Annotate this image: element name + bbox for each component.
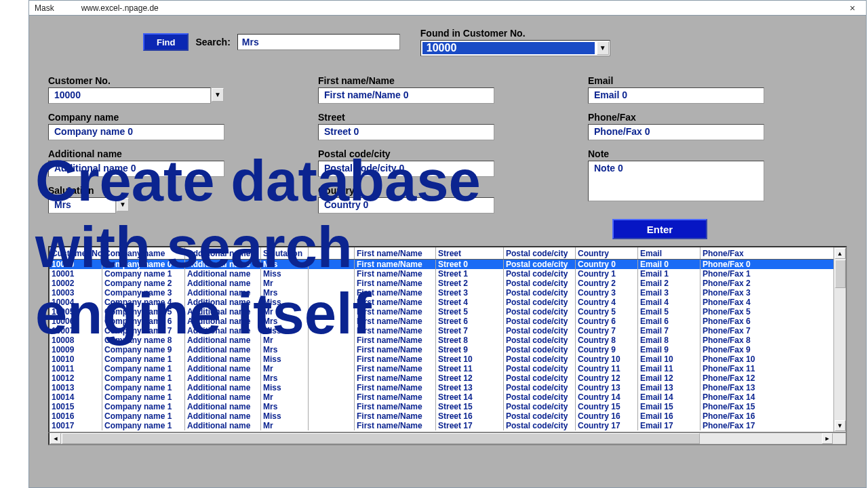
table-row[interactable]: 10010Company name 1Additional nameMissFi…	[50, 354, 833, 364]
field-input[interactable]: Postal code/city 0	[318, 161, 494, 177]
results-list: Customer No.Company nameAdditional nameS…	[48, 246, 847, 433]
column-header[interactable]: Country	[576, 247, 638, 259]
field-label: Additional name	[48, 148, 306, 159]
field-label: Company name	[48, 112, 306, 123]
field-label: Email	[588, 75, 805, 86]
field-input[interactable]: Phone/Fax 0	[588, 124, 764, 140]
field-salutation: SalutationMrs▼	[48, 185, 306, 214]
field-country: CountryCountry 0	[318, 185, 576, 214]
found-block: Found in Customer No. 10000 ▼	[420, 28, 610, 56]
field-first-name-name: First name/NameFirst name/Name 0	[318, 75, 576, 104]
column-header[interactable]: Street	[436, 247, 504, 259]
column-header[interactable]: Postal code/city	[504, 247, 576, 259]
field-customer-no-: Customer No.10000▼	[48, 75, 306, 104]
table-row[interactable]: 10008Company name 8Additional nameMrFirs…	[50, 336, 833, 345]
titlebar: Mask www.excel-.npage.de ×	[29, 1, 866, 16]
scroll-right-icon[interactable]: ►	[822, 433, 833, 444]
field-input[interactable]: Additional name 0	[48, 161, 224, 177]
window-title: Mask	[29, 3, 54, 13]
app-window: Mask www.excel-.npage.de × Find Search: …	[28, 0, 867, 488]
field-street: StreetStreet 0	[318, 112, 576, 140]
table-row[interactable]: 10016Company name 1Additional nameMissFi…	[50, 411, 833, 421]
field-input[interactable]: First name/Name 0	[318, 87, 494, 104]
list-body[interactable]: 10000Company name 0Additional nameMrsFir…	[50, 260, 833, 430]
horizontal-scrollbar[interactable]: ◄ ►	[48, 433, 847, 445]
table-row[interactable]: 10005Company name 5Additional nameMrFirs…	[50, 307, 833, 317]
scroll-up-icon[interactable]: ▲	[835, 248, 846, 259]
vertical-scrollbar[interactable]: ▲ ▼	[833, 247, 846, 432]
column-header[interactable]: Additional name	[185, 247, 261, 259]
window-url: www.excel-.npage.de	[54, 3, 159, 13]
table-row[interactable]: 10012Company name 1Additional nameMrsFir…	[50, 373, 833, 383]
field-phone-fax: Phone/FaxPhone/Fax 0	[588, 112, 805, 140]
client-area: Find Search: Found in Customer No. 10000…	[29, 16, 866, 487]
found-label: Found in Customer No.	[420, 28, 610, 39]
table-row[interactable]: 10004Company name 4Additional nameMissFi…	[50, 298, 833, 307]
table-row[interactable]: 10017Company name 1Additional nameMrFirs…	[50, 421, 833, 430]
field-label: Street	[318, 112, 576, 123]
field-input[interactable]: Note 0	[588, 161, 764, 201]
field-input[interactable]: Mrs	[48, 197, 116, 214]
list-content: Customer No.Company nameAdditional nameS…	[50, 247, 833, 432]
search-input[interactable]	[237, 34, 400, 50]
close-icon[interactable]: ×	[839, 3, 866, 14]
field-label: Country	[318, 185, 576, 196]
column-header[interactable]: Phone/Fax	[701, 247, 771, 259]
field-input[interactable]: Street 0	[318, 124, 494, 140]
field-company-name: Company nameCompany name 0	[48, 112, 306, 140]
field-label: Note	[588, 148, 805, 159]
field-label: First name/Name	[318, 75, 576, 86]
field-input[interactable]: Country 0	[318, 197, 494, 214]
table-row[interactable]: 10002Company name 2Additional nameMrFirs…	[50, 279, 833, 288]
field-label: Phone/Fax	[588, 112, 805, 123]
list-header: Customer No.Company nameAdditional nameS…	[50, 247, 833, 260]
field-postal-code-city: Postal code/cityPostal code/city 0	[318, 148, 576, 177]
field-email: EmailEmail 0	[588, 75, 805, 104]
table-row[interactable]: 10003Company name 3Additional nameMrsFir…	[50, 288, 833, 298]
field-additional-name: Additional nameAdditional name 0	[48, 148, 306, 177]
search-label: Search:	[195, 37, 230, 47]
table-row[interactable]: 10009Company name 9Additional nameMrsFir…	[50, 345, 833, 354]
column-header[interactable]: First name/Name	[355, 247, 436, 259]
table-row[interactable]: 10000Company name 0Additional nameMrsFir…	[50, 260, 833, 269]
table-row[interactable]: 10006Company name 6Additional nameMrsFir…	[50, 317, 833, 326]
table-row[interactable]: 10001Company name 1Additional nameMissFi…	[50, 269, 833, 279]
form-grid: Customer No.10000▼First name/NameFirst n…	[48, 75, 847, 214]
chevron-down-icon[interactable]: ▼	[597, 41, 609, 55]
hscroll-thumb[interactable]	[62, 433, 700, 444]
search-row: Find Search: Found in Customer No. 10000…	[143, 28, 847, 56]
chevron-down-icon[interactable]: ▼	[212, 88, 224, 102]
field-label: Salutation	[48, 185, 306, 196]
found-value: 10000	[422, 42, 595, 54]
table-row[interactable]: 10015Company name 1Additional nameMrsFir…	[50, 402, 833, 411]
found-combo[interactable]: 10000 ▼	[420, 40, 610, 56]
field-note: NoteNote 0	[588, 148, 805, 214]
field-label: Postal code/city	[318, 148, 576, 159]
table-row[interactable]: 10011Company name 1Additional nameMrFirs…	[50, 364, 833, 373]
table-row[interactable]: 10007Company name 7Additional nameMissFi…	[50, 326, 833, 336]
chevron-down-icon[interactable]: ▼	[117, 198, 129, 211]
column-header[interactable]: Salutation	[261, 247, 309, 259]
table-row[interactable]: 10013Company name 1Additional nameMissFi…	[50, 383, 833, 392]
column-header[interactable]	[309, 247, 355, 259]
scroll-down-icon[interactable]: ▼	[835, 420, 846, 431]
column-header[interactable]: Customer No.	[50, 247, 102, 259]
column-header[interactable]: Company name	[102, 247, 185, 259]
field-input[interactable]: 10000	[48, 87, 211, 104]
field-input[interactable]: Company name 0	[48, 124, 224, 140]
column-header[interactable]: Email	[638, 247, 701, 259]
enter-button[interactable]: Enter	[612, 219, 707, 239]
table-row[interactable]: 10014Company name 1Additional nameMrFirs…	[50, 392, 833, 402]
scroll-left-icon[interactable]: ◄	[50, 433, 61, 444]
field-label: Customer No.	[48, 75, 306, 86]
find-button[interactable]: Find	[143, 33, 189, 51]
field-input[interactable]: Email 0	[588, 87, 764, 104]
scroll-thumb[interactable]	[835, 260, 846, 288]
